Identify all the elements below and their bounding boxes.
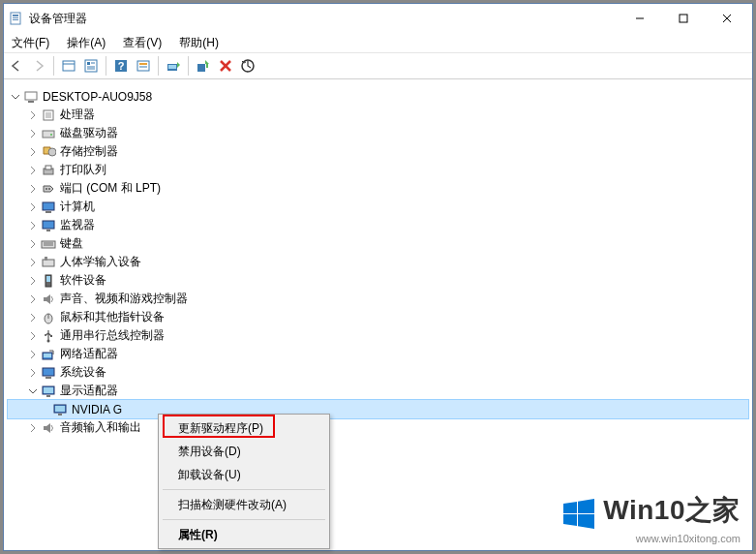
svg-rect-11 <box>87 62 90 65</box>
tree-item-keyboard[interactable]: 键盘 <box>8 234 748 253</box>
help-button[interactable]: ? <box>110 55 132 77</box>
svg-point-50 <box>47 339 50 342</box>
monitor-icon <box>41 218 56 233</box>
tree-item-ports[interactable]: 端口 (COM 和 LPT) <box>8 179 748 198</box>
ctx-separator <box>163 519 325 520</box>
toolbar: ? <box>4 52 752 79</box>
ctx-update-driver[interactable]: 更新驱动程序(P) <box>161 416 327 440</box>
tree-item-storage[interactable]: 存储控制器 <box>8 142 748 161</box>
collapse-icon[interactable] <box>25 420 41 436</box>
tree-item-audio[interactable]: 音频输入和输出 <box>8 418 748 437</box>
collapse-icon[interactable] <box>25 328 41 344</box>
collapse-icon[interactable] <box>25 181 41 197</box>
svg-rect-52 <box>50 335 52 337</box>
hid-icon <box>41 255 56 270</box>
collapse-icon[interactable] <box>25 218 41 233</box>
window-title: 设备管理器 <box>29 11 618 27</box>
expand-icon[interactable] <box>8 89 23 105</box>
tree-item-nvidia[interactable]: NVIDIA G <box>8 400 748 418</box>
menu-help[interactable]: 帮助(H) <box>175 34 223 52</box>
tree-item-system[interactable]: 系统设备 <box>8 363 748 382</box>
watermark-brand: Win10之家 <box>603 495 741 525</box>
computer-icon <box>23 89 39 105</box>
back-button[interactable] <box>6 55 27 77</box>
maximize-button[interactable] <box>661 5 705 32</box>
menu-view[interactable]: 查看(V) <box>119 34 166 52</box>
forward-button[interactable] <box>28 55 49 77</box>
close-button[interactable] <box>705 5 748 32</box>
tree-item-usb[interactable]: 通用串行总线控制器 <box>8 326 748 345</box>
uninstall-device-button[interactable] <box>215 55 236 77</box>
tree-item-printqueue[interactable]: 打印队列 <box>8 161 748 179</box>
ctx-uninstall-device[interactable]: 卸载设备(U) <box>161 463 327 486</box>
svg-rect-21 <box>168 65 176 69</box>
menu-file[interactable]: 文件(F) <box>8 34 53 52</box>
minimize-button[interactable] <box>618 5 661 32</box>
svg-rect-8 <box>63 61 75 71</box>
scan-hardware-button[interactable] <box>237 55 258 77</box>
tree-item-display[interactable]: 显示适配器 <box>8 382 748 400</box>
cpu-icon <box>41 108 56 123</box>
tree-item-sound[interactable]: 声音、视频和游戏控制器 <box>8 290 748 308</box>
collapse-icon[interactable] <box>25 365 41 381</box>
keyboard-icon <box>41 236 56 252</box>
menu-action[interactable]: 操作(A) <box>63 34 109 52</box>
printer-icon <box>41 163 56 178</box>
tree-item-disk[interactable]: 磁盘驱动器 <box>8 124 748 142</box>
view-button[interactable] <box>133 55 154 77</box>
collapse-icon[interactable] <box>25 310 41 325</box>
show-hidden-button[interactable] <box>58 55 79 77</box>
expand-icon[interactable] <box>25 384 41 399</box>
svg-rect-56 <box>45 377 51 379</box>
properties-button[interactable] <box>80 55 102 77</box>
ctx-separator <box>163 489 325 490</box>
software-icon <box>41 273 56 289</box>
gpu-icon <box>52 402 68 417</box>
tree-item-monitor[interactable]: 监视器 <box>8 216 748 234</box>
watermark-url: www.win10xitong.com <box>563 533 741 544</box>
collapse-icon[interactable] <box>25 347 41 362</box>
watermark: Win10之家 www.win10xitong.com <box>563 492 741 544</box>
update-driver-button[interactable] <box>163 55 184 77</box>
collapse-icon[interactable] <box>25 108 41 123</box>
tree-item-computer[interactable]: 计算机 <box>8 198 748 216</box>
tree-root[interactable]: DESKTOP-AUO9J58 <box>8 87 748 106</box>
network-icon <box>41 347 56 362</box>
display-icon <box>41 384 56 399</box>
svg-line-7 <box>723 15 731 22</box>
svg-rect-44 <box>43 260 54 266</box>
app-icon <box>8 11 23 26</box>
svg-rect-5 <box>680 15 687 22</box>
tree-item-cpu[interactable]: 处理器 <box>8 106 748 124</box>
collapse-icon[interactable] <box>25 273 41 289</box>
tree-item-mouse[interactable]: 鼠标和其他指针设备 <box>8 308 748 326</box>
tree-item-software[interactable]: 软件设备 <box>8 271 748 290</box>
enable-device-button[interactable] <box>193 55 214 77</box>
svg-rect-1 <box>13 15 18 16</box>
svg-rect-23 <box>206 63 208 68</box>
usb-icon <box>41 328 56 344</box>
tree-item-hid[interactable]: 人体学输入设备 <box>8 253 748 271</box>
ctx-properties[interactable]: 属性(R) <box>161 523 327 546</box>
svg-rect-58 <box>44 387 53 393</box>
svg-rect-28 <box>28 101 34 103</box>
collapse-icon[interactable] <box>25 163 41 178</box>
svg-rect-31 <box>43 131 54 138</box>
ctx-disable-device[interactable]: 禁用设备(D) <box>161 440 327 463</box>
collapse-icon[interactable] <box>25 126 41 141</box>
collapse-icon[interactable] <box>25 236 41 252</box>
collapse-icon[interactable] <box>25 292 41 307</box>
tree-item-network[interactable]: 网络适配器 <box>8 345 748 363</box>
svg-point-51 <box>45 334 46 336</box>
collapse-icon[interactable] <box>25 255 41 270</box>
pc-icon <box>41 200 56 215</box>
svg-rect-22 <box>197 64 205 72</box>
svg-rect-54 <box>44 354 51 357</box>
ctx-scan-hardware[interactable]: 扫描检测硬件改动(A) <box>161 493 327 516</box>
svg-rect-47 <box>46 276 50 282</box>
collapse-icon[interactable] <box>25 200 41 215</box>
titlebar: 设备管理器 <box>4 4 752 33</box>
collapse-icon[interactable] <box>25 144 41 160</box>
svg-point-35 <box>45 188 47 190</box>
svg-rect-40 <box>46 230 50 231</box>
